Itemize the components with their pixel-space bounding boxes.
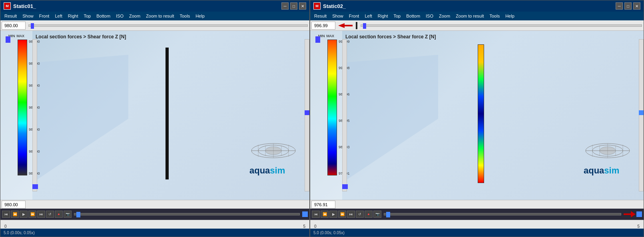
- left-vscrollbar-thumb-2[interactable]: [342, 184, 348, 189]
- pb-end-thumb-1[interactable]: [302, 211, 308, 217]
- menu-front-2[interactable]: Front: [347, 13, 362, 19]
- menu-zoom-result-1[interactable]: Zoom to result: [144, 13, 176, 19]
- pb-loop-1[interactable]: ↺: [46, 211, 54, 218]
- menu-tools-1[interactable]: Tools: [177, 13, 192, 19]
- menu-top-1[interactable]: Top: [81, 13, 93, 19]
- max-thumb-1[interactable]: [6, 40, 10, 43]
- top-slider-thumb-2[interactable]: [363, 23, 366, 29]
- pb-record-2[interactable]: ●: [365, 211, 373, 218]
- menu-show-2[interactable]: Show: [330, 13, 346, 19]
- playback-bar-2: ⏮ ⏪ ▶ ⏩ ⏭ ↺ ● 📷: [310, 209, 644, 220]
- menu-tools-2[interactable]: Tools: [487, 13, 502, 19]
- maximize-button-1[interactable]: □: [290, 2, 297, 10]
- minimize-button-2[interactable]: ─: [616, 2, 623, 10]
- menu-bar-2: Result Show Front Left Right Top Bottom …: [310, 12, 644, 20]
- menu-zoom-2[interactable]: Zoom: [437, 13, 453, 19]
- color-bar-wrapper-1: 980.00 980.00 980.00 980.00 980.00 980.0…: [18, 40, 27, 175]
- pb-end-1[interactable]: ⏭: [37, 211, 45, 218]
- menu-iso-2[interactable]: ISO: [423, 13, 436, 19]
- menu-bottom-1[interactable]: Bottom: [94, 13, 113, 19]
- menu-iso-1[interactable]: ISO: [114, 13, 126, 19]
- top-bar-1: 980.00: [0, 20, 309, 31]
- max-thumb-2[interactable]: [315, 40, 320, 43]
- menu-right-1[interactable]: Right: [66, 13, 81, 19]
- menu-result-1[interactable]: Result: [2, 13, 19, 19]
- main-content-1: 980.00 MIN MAX: [0, 20, 309, 237]
- min-thumb-1[interactable]: [6, 36, 10, 40]
- pb-end-2[interactable]: ⏭: [347, 211, 355, 218]
- menu-help-2[interactable]: Help: [503, 13, 517, 19]
- close-button-2[interactable]: ✕: [633, 2, 640, 10]
- top-slider-thumb-1[interactable]: [31, 23, 34, 29]
- pb-prev-1[interactable]: ⏪: [11, 211, 19, 218]
- left-vscrollbar-thumb-1[interactable]: [32, 184, 38, 189]
- menu-zoom-result-2[interactable]: Zoom to result: [453, 13, 486, 19]
- right-vscrollbar-thumb-1[interactable]: [305, 110, 309, 115]
- title-bar-left-2: M Static02_: [313, 2, 346, 10]
- pb-play-2[interactable]: ▶: [329, 211, 337, 218]
- pb-slider-thumb-1[interactable]: [76, 212, 80, 217]
- pb-start-2[interactable]: ⏮: [312, 211, 320, 218]
- menu-right-2[interactable]: Right: [375, 13, 391, 19]
- pb-next-1[interactable]: ⏩: [28, 211, 36, 218]
- pb-start-1[interactable]: ⏮: [2, 211, 10, 218]
- menu-bottom-2[interactable]: Bottom: [404, 13, 423, 19]
- bottom-value-bar-1: 980.00: [0, 200, 309, 209]
- pb-play-1[interactable]: ▶: [20, 211, 28, 218]
- right-vscrollbar-thumb-2[interactable]: [639, 110, 644, 115]
- pb-end-thumb-2[interactable]: [636, 211, 642, 217]
- pb-next-2[interactable]: ⏩: [338, 211, 346, 218]
- svg-rect-11: [345, 25, 353, 26]
- section-title-1: Local section forces > Shear force Z [N]: [36, 34, 126, 40]
- timeline-start-1: 0: [4, 224, 7, 229]
- menu-zoom-1[interactable]: Zoom: [127, 13, 143, 19]
- left-vscrollbar-1[interactable]: [32, 39, 37, 191]
- min-thumb-2[interactable]: [315, 36, 320, 40]
- right-vscrollbar-1[interactable]: [305, 39, 309, 191]
- pb-slider-thumb-2[interactable]: [386, 212, 390, 217]
- pb-slider-1[interactable]: [74, 213, 300, 215]
- pb-prev-2[interactable]: ⏪: [321, 211, 329, 218]
- timeline-end-2: 5: [637, 224, 640, 229]
- minimize-button-1[interactable]: ─: [281, 2, 289, 10]
- title-bar-1: M Static01_ ─ □ ✕: [0, 0, 309, 12]
- pb-camera-2[interactable]: 📷: [373, 211, 381, 218]
- close-button-1[interactable]: ✕: [299, 2, 306, 10]
- top-value-display-2: 996.99: [311, 22, 335, 30]
- window-title-1: Static01_: [13, 3, 36, 9]
- aquasim-area-1: aquasim: [249, 137, 297, 176]
- menu-show-1[interactable]: Show: [20, 13, 36, 19]
- menu-left-2[interactable]: Left: [362, 13, 374, 19]
- menu-left-1[interactable]: Left: [52, 13, 64, 19]
- top-value-display-1: 980.00: [2, 22, 26, 30]
- pb-record-1[interactable]: ●: [55, 211, 63, 218]
- section-title-2: Local section forces > Shear force Z [N]: [345, 34, 436, 40]
- menu-help-1[interactable]: Help: [193, 13, 207, 19]
- right-vscrollbar-2[interactable]: [639, 39, 644, 191]
- title-bar-left-1: M Static01_: [4, 2, 36, 10]
- pb-camera-1[interactable]: 📷: [64, 211, 72, 218]
- top-slider-track-2[interactable]: [361, 24, 642, 27]
- color-bar-gradient-1: [18, 40, 27, 175]
- svg-marker-23: [631, 211, 636, 217]
- window-static01: M Static01_ ─ □ ✕ Result Show Front Left…: [0, 0, 310, 237]
- tick-mark-2: [356, 22, 357, 29]
- aquasim-logo-1: aquasim: [249, 165, 297, 176]
- left-vscrollbar-2[interactable]: [342, 39, 347, 191]
- status-bar-1: 5.0 (0.00s; 0.05x): [0, 229, 309, 237]
- top-bar-2: 996.99: [310, 20, 644, 31]
- top-slider-track-1[interactable]: [28, 24, 308, 27]
- timeline-end-1: 5: [303, 224, 305, 229]
- timeline-labels-1: 0 5: [4, 224, 305, 229]
- menu-result-2[interactable]: Result: [312, 13, 329, 19]
- timeline-area-1: 0 5: [0, 220, 309, 229]
- menu-front-1[interactable]: Front: [37, 13, 52, 19]
- pb-loop-2[interactable]: ↺: [356, 211, 364, 218]
- title-controls-2: ─ □ ✕: [616, 2, 640, 10]
- pb-slider-2[interactable]: [384, 213, 621, 215]
- aquasim-logo-2: aquasim: [584, 165, 632, 176]
- maximize-button-2[interactable]: □: [624, 2, 632, 10]
- status-bar-2: 5.0 (0.00s; 0.05x): [310, 229, 644, 237]
- color-bar-wrapper-2: 996.99 992.98 988.96 984.95 980.93 976.9…: [327, 40, 337, 175]
- menu-top-2[interactable]: Top: [391, 13, 403, 19]
